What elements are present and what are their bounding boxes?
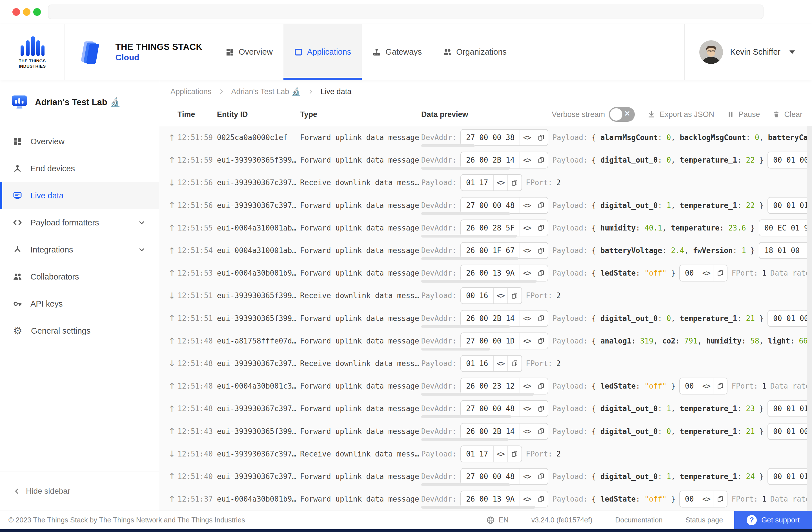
sidebar-item-collaborators[interactable]: Collaborators xyxy=(0,263,159,290)
export-json-button[interactable]: Export as JSON xyxy=(647,110,714,119)
get-support-button[interactable]: ? Get support xyxy=(734,511,812,529)
copy-button[interactable] xyxy=(534,469,548,484)
code-toggle-icon[interactable]: <> xyxy=(699,378,713,394)
table-row[interactable]: ↑12:51:37eui-0004a30b001b9…Forward uplin… xyxy=(159,488,812,510)
copy-button[interactable] xyxy=(534,243,548,258)
tab-applications[interactable]: Applications xyxy=(284,24,362,80)
language-selector[interactable]: EN xyxy=(475,511,520,529)
tab-overview[interactable]: Overview xyxy=(215,24,284,80)
table-row[interactable]: ↑12:51:48eui-393930367c397…Forward uplin… xyxy=(159,397,812,420)
copy-button[interactable] xyxy=(534,130,548,145)
table-row[interactable]: ↓12:51:56eui-393930367c397…Receive downl… xyxy=(159,171,812,194)
verbose-stream-control[interactable]: Verbose stream ✕ xyxy=(552,107,635,122)
code-toggle-icon[interactable]: <> xyxy=(520,243,534,258)
event-type: Forward uplink data message xyxy=(300,133,421,142)
code-toggle-icon[interactable]: <> xyxy=(520,130,534,145)
clear-button[interactable]: Clear xyxy=(772,110,802,119)
copy-button[interactable] xyxy=(713,378,727,394)
table-row[interactable]: ↓12:51:48eui-393930367c397…Receive downl… xyxy=(159,352,812,375)
code-toggle-icon[interactable]: <> xyxy=(520,152,534,168)
sidebar-item-overview[interactable]: Overview xyxy=(0,128,159,155)
sidebar-item-end-devices[interactable]: End devices xyxy=(0,155,159,182)
copy-button[interactable] xyxy=(507,356,522,371)
url-bar[interactable] xyxy=(48,4,764,19)
event-time: 12:51:48 xyxy=(177,337,217,345)
byte-tag: 27 00 00 1D<> xyxy=(460,332,548,349)
copy-button[interactable] xyxy=(713,491,727,507)
downlink-arrow-icon: ↓ xyxy=(166,291,177,301)
code-toggle-icon[interactable]: <> xyxy=(520,220,534,236)
table-row[interactable]: ↑12:51:56eui-393930367c397…Forward uplin… xyxy=(159,194,812,217)
code-toggle-icon[interactable]: <> xyxy=(520,401,534,416)
field-label: Payload: xyxy=(552,156,588,164)
copy-button[interactable] xyxy=(534,491,548,507)
copy-button[interactable] xyxy=(534,401,548,416)
table-row[interactable]: ↑12:51:54eui-0004a310001ab…Forward uplin… xyxy=(159,239,812,262)
code-toggle-icon[interactable]: <> xyxy=(493,288,507,303)
code-toggle-icon[interactable]: <> xyxy=(520,198,534,213)
table-row[interactable]: ↑12:51:53eui-0004a30b001b9…Forward uplin… xyxy=(159,262,812,284)
hide-sidebar-button[interactable]: Hide sidebar xyxy=(0,471,159,511)
copy-button[interactable] xyxy=(534,311,548,326)
code-toggle-icon[interactable]: <> xyxy=(520,491,534,507)
pause-button[interactable]: Pause xyxy=(727,110,760,119)
code-toggle-icon[interactable]: <> xyxy=(699,491,713,507)
code-toggle-icon[interactable]: <> xyxy=(493,446,507,462)
table-row[interactable]: ↓12:51:40eui-393930367c397…Receive downl… xyxy=(159,443,812,465)
copy-button[interactable] xyxy=(534,378,548,394)
table-row[interactable]: ↑12:51:51eui-393930365f399…Forward uplin… xyxy=(159,307,812,330)
copy-button[interactable] xyxy=(534,265,548,281)
entity-id: eui-393930367c397… xyxy=(217,178,300,187)
sidebar-item-integrations[interactable]: Integrations xyxy=(0,236,159,263)
table-row[interactable]: ↑12:51:48eui-a81758fffe07d…Forward uplin… xyxy=(159,330,812,352)
zoom-window-button[interactable] xyxy=(33,8,41,16)
documentation-link[interactable]: Documentation xyxy=(604,511,674,529)
tab-gateways[interactable]: Gateways xyxy=(362,24,433,80)
user-menu[interactable]: Kevin Schiffer xyxy=(684,24,812,80)
entity-id: eui-0004a30b001b9… xyxy=(217,495,300,503)
sidebar-item-api-keys[interactable]: API keys xyxy=(0,290,159,317)
verbose-stream-toggle[interactable]: ✕ xyxy=(609,107,635,122)
table-row[interactable]: ↑12:51:55eui-0004a310001ab…Forward uplin… xyxy=(159,217,812,239)
sidebar-item-payload-formatters[interactable]: Payload formatters xyxy=(0,209,159,236)
minimize-window-button[interactable] xyxy=(23,8,30,16)
things-industries-bars-icon xyxy=(20,35,45,56)
copy-button[interactable] xyxy=(534,152,548,168)
table-row[interactable]: ↑12:51:590025ca0a0000c1efForward uplink … xyxy=(159,126,812,149)
copy-button[interactable] xyxy=(507,446,522,462)
status-page-link[interactable]: Status page xyxy=(674,511,734,529)
code-toggle-icon[interactable]: <> xyxy=(520,378,534,394)
code-toggle-icon[interactable]: <> xyxy=(520,469,534,484)
byte-value: 00 EC 01 91 xyxy=(759,220,812,236)
copy-button[interactable] xyxy=(507,175,522,190)
copy-button[interactable] xyxy=(507,288,522,303)
table-row[interactable]: ↑12:51:43eui-393930365f399…Forward uplin… xyxy=(159,420,812,442)
byte-value: 26 00 28 5F xyxy=(461,220,520,236)
table-row[interactable]: ↑12:51:59eui-393930365f399…Forward uplin… xyxy=(159,149,812,171)
copy-button[interactable] xyxy=(534,423,548,439)
code-toggle-icon[interactable]: <> xyxy=(493,356,507,371)
code-toggle-icon[interactable]: <> xyxy=(520,333,534,349)
code-toggle-icon[interactable]: <> xyxy=(520,311,534,326)
copy-button[interactable] xyxy=(534,220,548,236)
scrollbar[interactable] xyxy=(807,126,812,511)
code-toggle-icon[interactable]: <> xyxy=(699,265,713,281)
table-row[interactable]: ↑12:51:40eui-393930367c397…Forward uplin… xyxy=(159,465,812,488)
breadcrumb-application-name[interactable]: Adrian's Test Lab 🔬 xyxy=(231,87,301,96)
code-toggle-icon[interactable]: <> xyxy=(493,175,507,190)
table-row[interactable]: ↓12:51:51eui-393930365f399…Receive downl… xyxy=(159,284,812,307)
table-row[interactable]: ↑12:51:48eui-0004a30b001c3…Forward uplin… xyxy=(159,375,812,397)
sidebar-item-live-data[interactable]: Live data xyxy=(0,182,159,209)
tab-organizations[interactable]: Organizations xyxy=(433,24,517,80)
uplink-arrow-icon: ↑ xyxy=(166,268,177,278)
sidebar-item-general-settings[interactable]: ⚙ General settings xyxy=(0,317,159,344)
breadcrumb-applications[interactable]: Applications xyxy=(171,87,212,96)
byte-value: 01 17 xyxy=(461,446,493,462)
copy-button[interactable] xyxy=(534,333,548,349)
code-toggle-icon[interactable]: <> xyxy=(520,265,534,281)
byte-value: 27 00 00 38 xyxy=(461,130,520,145)
code-toggle-icon[interactable]: <> xyxy=(520,423,534,439)
copy-button[interactable] xyxy=(713,265,727,281)
close-window-button[interactable] xyxy=(12,8,20,16)
copy-button[interactable] xyxy=(534,198,548,213)
